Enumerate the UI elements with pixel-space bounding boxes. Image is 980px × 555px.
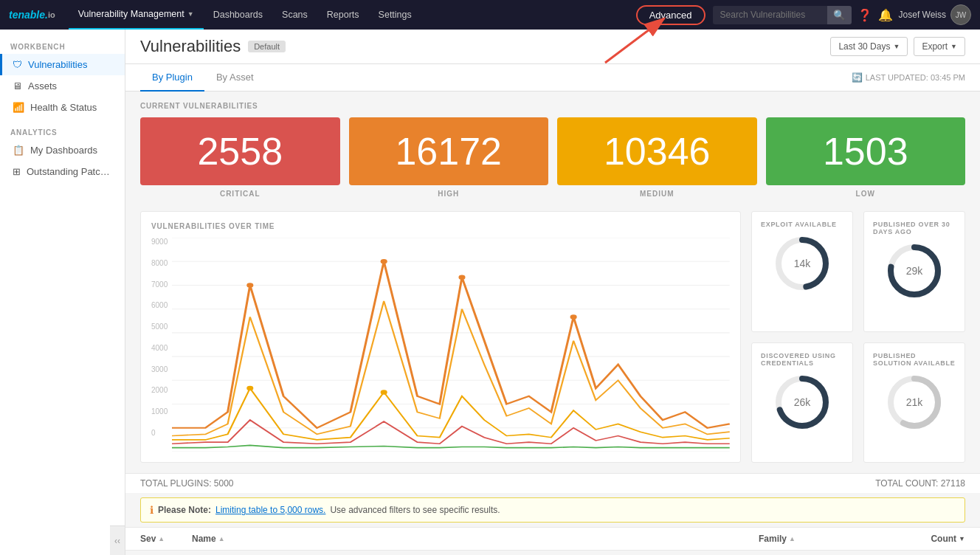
user-menu[interactable]: Josef Weiss JW [899, 4, 971, 25]
vuln-card-critical[interactable]: 2558 CRITICAL [140, 117, 340, 201]
vulnerabilities-over-time-panel: VULNERABILITIES OVER TIME 9000 8000 7000… [140, 211, 741, 463]
exploit-title: EXPLOIT AVAILABLE [761, 221, 843, 228]
sidebar-item-health[interactable]: 📶 Health & Status [0, 97, 125, 118]
chevron-down-icon: ▼ [893, 43, 900, 50]
note-bar: ℹ Please Note: Limiting table to 5,000 r… [140, 497, 965, 523]
time-filter-button[interactable]: Last 30 Days ▼ [830, 37, 908, 56]
tabs-bar: By Plugin By Asset 🔄 LAST UPDATED: 03:45… [125, 64, 980, 92]
nav-dashboards[interactable]: Dashboards [204, 0, 272, 30]
th-count[interactable]: Count ▼ [906, 534, 965, 544]
sidebar-item-vulnerabilities[interactable]: 🛡 Vulnerabilities [0, 54, 125, 75]
line-chart-svg [172, 238, 730, 452]
th-family[interactable]: Family ▲ [759, 534, 906, 544]
nav-vulnerability-management[interactable]: Vulnerability Management ▼ [69, 0, 204, 30]
published-30-days-panel: PUBLISHED OVER 30 DAYS AGO 29k [863, 211, 965, 332]
svg-point-12 [459, 275, 466, 279]
last-updated-label: LAST UPDATED: 03:45 PM [866, 73, 965, 82]
table-header: Sev ▲ Name ▲ Family ▲ Count ▼ [125, 527, 980, 551]
name-sort-icon: ▲ [218, 535, 225, 542]
credentials-donut: 26k [773, 373, 832, 432]
svg-point-14 [247, 386, 254, 390]
advanced-button[interactable]: Advanced [636, 5, 705, 25]
svg-text:14k: 14k [794, 258, 812, 269]
export-chevron-icon: ▼ [950, 43, 957, 50]
page-title: Vulnerabilities [140, 37, 241, 56]
svg-point-13 [570, 314, 577, 319]
family-sort-icon: ▲ [789, 535, 796, 542]
low-label: LOW [766, 185, 966, 201]
page-header: Vulnerabilities Default Last 30 Days ▼ E… [125, 30, 980, 64]
chevron-icon: ▼ [187, 10, 194, 18]
grid-icon: ⊞ [13, 166, 21, 177]
svg-point-10 [247, 283, 254, 287]
svg-point-11 [381, 259, 387, 263]
vuln-card-medium[interactable]: 10346 MEDIUM [557, 117, 757, 201]
search-button[interactable]: 🔍 [827, 6, 852, 24]
total-plugins-label: TOTAL PLUGINS: 5000 [140, 478, 234, 489]
published-30-title: PUBLISHED OVER 30 DAYS AGO [873, 221, 956, 235]
note-suffix: Use advanced filters to see specific res… [330, 505, 500, 515]
sev-sort-icon: ▲ [158, 535, 165, 542]
exploit-available-panel: EXPLOIT AVAILABLE 14k [751, 211, 853, 332]
nav-scans[interactable]: Scans [272, 0, 317, 30]
workbench-label: WORKBENCH [0, 37, 125, 54]
nav-settings[interactable]: Settings [369, 0, 421, 30]
sidebar-item-dashboards[interactable]: 📋 My Dashboards [0, 139, 125, 161]
exploit-donut: 14k [773, 234, 832, 293]
medium-label: MEDIUM [557, 185, 757, 201]
current-vuln-label: CURRENT VULNERABILITIES [140, 102, 965, 110]
vuln-card-low[interactable]: 1503 LOW [766, 117, 966, 201]
dashboard-icon: 📋 [13, 145, 24, 156]
search-input[interactable] [713, 6, 827, 24]
note-icon: ℹ [150, 504, 153, 516]
th-sev[interactable]: Sev ▲ [140, 534, 192, 544]
count-sort-icon: ▼ [959, 535, 965, 542]
refresh-icon: 🔄 [852, 72, 863, 83]
note-prefix: Please Note: [158, 505, 211, 515]
sidebar-item-assets[interactable]: 🖥 Assets [0, 75, 125, 97]
server-icon: 🖥 [13, 80, 22, 92]
total-count-label: TOTAL COUNT: 27118 [875, 478, 965, 489]
table-footer-bar: TOTAL PLUGINS: 5000 TOTAL COUNT: 27118 [125, 473, 980, 493]
logo[interactable]: tenable.io [9, 9, 55, 21]
note-link[interactable]: Limiting table to 5,000 rows. [215, 505, 325, 515]
published-solution-title: PUBLISHED SOLUTION AVAILABLE [873, 352, 956, 367]
export-button[interactable]: Export ▼ [914, 37, 965, 56]
topnav: tenable.io Vulnerability Management ▼ Da… [0, 0, 980, 30]
sidebar-item-outstanding-patch[interactable]: ⊞ Outstanding Patch Tr... [0, 161, 125, 182]
credentials-title: DISCOVERED USING CREDENTIALS [761, 352, 843, 367]
svg-text:29k: 29k [906, 265, 924, 277]
sidebar-collapse-button[interactable]: ‹‹ [110, 525, 125, 555]
sidebar: WORKBENCH 🛡 Vulnerabilities 🖥 Assets 📶 H… [0, 30, 125, 555]
help-icon[interactable]: ❓ [858, 8, 872, 22]
th-name[interactable]: Name ▲ [192, 534, 759, 544]
health-icon: 📶 [13, 102, 24, 113]
high-label: HIGH [349, 185, 549, 201]
nav-reports[interactable]: Reports [317, 0, 369, 30]
published-30-donut: 29k [885, 241, 944, 300]
svg-point-15 [381, 390, 387, 394]
avatar: JW [950, 4, 971, 25]
over-time-title: VULNERABILITIES OVER TIME [151, 222, 730, 230]
published-solution-panel: PUBLISHED SOLUTION AVAILABLE 21k [863, 342, 965, 463]
shield-icon: 🛡 [13, 59, 22, 70]
tab-by-asset[interactable]: By Asset [204, 64, 266, 92]
svg-text:21k: 21k [906, 396, 924, 408]
user-name: Josef Weiss [899, 10, 946, 20]
published-solution-donut: 21k [885, 373, 944, 432]
vuln-card-high[interactable]: 16172 HIGH [349, 117, 549, 201]
analytics-label: ANALYTICS [0, 118, 125, 139]
tab-by-plugin[interactable]: By Plugin [140, 64, 204, 92]
notification-icon[interactable]: 🔔 [878, 8, 893, 22]
svg-text:26k: 26k [794, 396, 812, 408]
credentials-panel: DISCOVERED USING CREDENTIALS 26k [751, 342, 853, 463]
page-badge: Default [248, 41, 286, 52]
critical-label: CRITICAL [140, 185, 340, 201]
